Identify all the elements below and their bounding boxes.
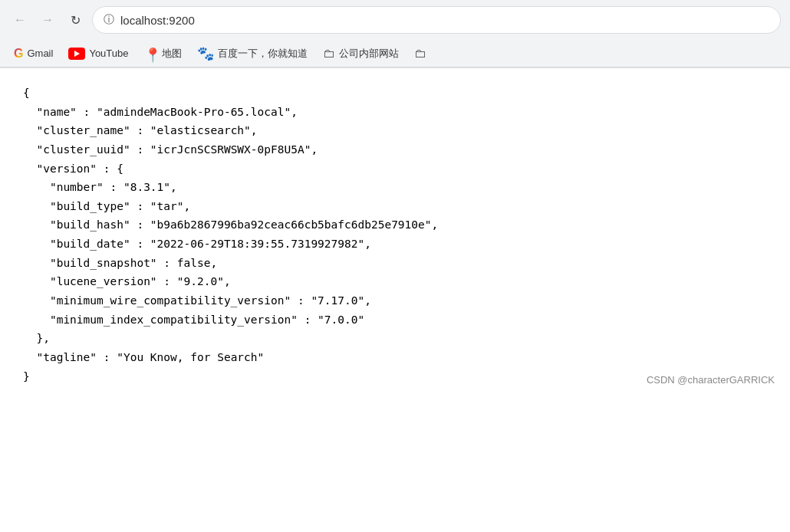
youtube-icon: [68, 48, 85, 60]
bookmark-internal-label: 公司内部网站: [339, 47, 399, 61]
url-bar[interactable]: ⓘ localhost:9200: [92, 6, 781, 34]
reload-button[interactable]: ↻: [64, 9, 86, 31]
url-text: localhost:9200: [120, 14, 195, 27]
bookmark-maps-label: 地图: [162, 47, 182, 61]
bookmark-baidu[interactable]: 🐾 百度一下，你就知道: [191, 42, 314, 65]
baidu-icon: 🐾: [197, 45, 214, 62]
bookmark-youtube[interactable]: YouTube: [62, 44, 134, 63]
json-display: { "name" : "admindeMacBook-Pro-65.local"…: [23, 84, 767, 386]
folder-icon-1: 🗀: [323, 47, 335, 61]
content-area: { "name" : "admindeMacBook-Pro-65.local"…: [0, 68, 790, 401]
bookmark-folder2[interactable]: 🗀: [408, 44, 433, 64]
bookmark-internal[interactable]: 🗀 公司内部网站: [317, 44, 405, 64]
watermark: CSDN @characterGARRICK: [647, 372, 775, 389]
folder-icon-2: 🗀: [414, 47, 426, 61]
bookmark-maps[interactable]: 📍 地图: [138, 44, 188, 64]
info-icon: ⓘ: [104, 13, 114, 27]
bookmark-youtube-label: YouTube: [89, 48, 128, 59]
bookmarks-bar: G Gmail YouTube 📍 地图 🐾 百度一下，你就知道 🗀 公司内部网…: [0, 40, 790, 67]
google-icon: G: [14, 47, 23, 61]
bookmark-baidu-label: 百度一下，你就知道: [218, 47, 308, 61]
back-button[interactable]: ←: [9, 9, 31, 31]
bookmark-gmail-label: Gmail: [27, 48, 53, 59]
browser-chrome: ← → ↻ ⓘ localhost:9200 G Gmail YouTube 📍…: [0, 0, 790, 68]
forward-button[interactable]: →: [37, 9, 58, 31]
bookmark-gmail[interactable]: G Gmail: [8, 44, 59, 64]
maps-icon: 📍: [144, 47, 158, 61]
address-bar: ← → ↻ ⓘ localhost:9200: [0, 0, 790, 40]
